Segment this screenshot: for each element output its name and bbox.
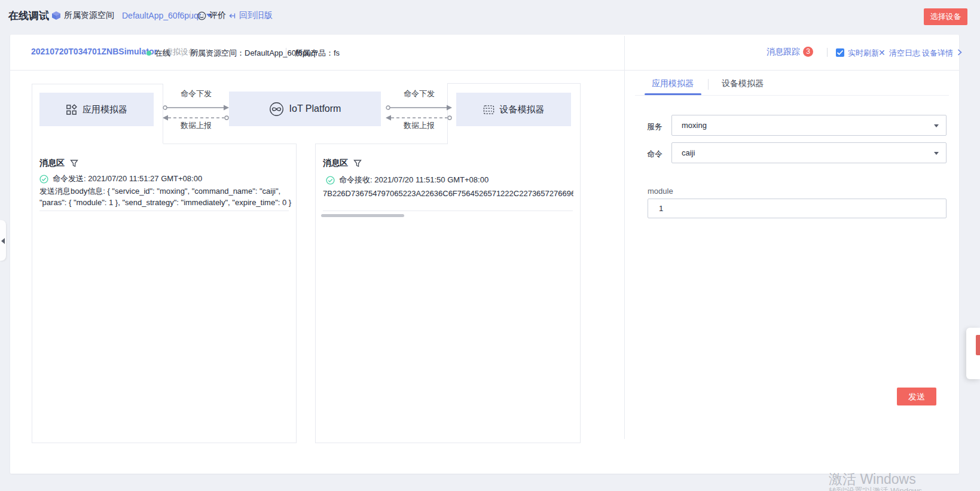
tab-bar-border (635, 95, 949, 96)
feedback-label: 评价 (209, 10, 226, 21)
top-bar: 在线调试 所属资源空间 DefaultApp_60f6puqr 评价 回到旧版 … (0, 0, 980, 30)
close-icon[interactable]: ✕ (878, 48, 886, 57)
check-circle-icon (326, 176, 335, 185)
collapse-left-icon (1, 238, 5, 244)
command-down-label-2: 命令下发 (385, 89, 453, 99)
entry-divider (39, 211, 289, 211)
divider (45, 11, 46, 20)
online-dot-icon (146, 51, 151, 56)
device-status: 在线 (146, 48, 170, 59)
device-detail-link[interactable]: 设备详情 (922, 48, 962, 59)
feedback-button[interactable]: 评价 (197, 10, 226, 21)
check-circle-icon (39, 175, 48, 184)
data-up-label-1: 数据上报 (162, 120, 230, 131)
iot-platform-icon (269, 102, 284, 117)
windows-activate-watermark-line2: 转到“设置”以激活 Windows (829, 486, 922, 491)
resource-space-group: 所属资源空间 DefaultApp_60f6puqr (51, 10, 212, 21)
device-card-top-border (315, 144, 448, 144)
device-simulator-box: 设备模拟器 (456, 93, 571, 126)
device-message-entry-title: 命令接收: 2021/07/20 11:51:50 GMT+08:00 (326, 175, 489, 185)
device-title: 20210720T034701ZNBSimulator (虚拟设备) (31, 47, 199, 57)
chevron-right-icon (957, 49, 962, 56)
filter-funnel-icon[interactable] (353, 159, 362, 167)
app-message-entry-body: 发送消息body信息: { "service_id": "moxing", "c… (39, 185, 292, 208)
module-input[interactable] (648, 199, 947, 218)
product-info: 所属产品：fs (295, 48, 340, 59)
apps-grid-icon (66, 104, 77, 115)
product-value: fs (334, 48, 340, 57)
entry-title-text: 命令接收: 2021/07/20 11:51:50 GMT+08:00 (339, 175, 489, 185)
back-to-old-label: 回到旧版 (239, 10, 273, 21)
realtime-refresh-label: 实时刷新 (848, 48, 879, 57)
entry-divider (323, 211, 573, 211)
service-label: 服务 (647, 121, 663, 132)
page-title: 在线调试 (8, 9, 49, 23)
app-message-entry-title: 命令发送: 2021/07/20 11:51:27 GMT+08:00 (39, 173, 202, 184)
iot-platform-label: IoT Platform (289, 103, 341, 114)
app-card-top-border (163, 144, 297, 144)
message-trace-link[interactable]: 消息跟踪3 (767, 47, 813, 57)
message-trace-badge: 3 (803, 47, 813, 57)
message-area-label: 消息区 (323, 158, 348, 169)
data-up-label-2: 数据上报 (385, 120, 453, 131)
panel-divider (624, 36, 625, 439)
device-message-entry-body: 7B226D736754797065223A22636C6F7564526571… (323, 188, 573, 199)
app-simulator-box: 应用模拟器 (39, 93, 154, 126)
command-select[interactable]: caiji (671, 142, 947, 163)
iot-platform-box: IoT Platform (229, 92, 381, 126)
tab-divider (708, 79, 709, 90)
divider (190, 11, 191, 20)
smiley-icon (197, 11, 206, 20)
command-selected-value: caiji (682, 148, 695, 157)
divider (827, 48, 828, 57)
checkbox-checked-icon[interactable] (836, 48, 844, 57)
chevron-down-icon (934, 152, 939, 155)
resource-space-dropdown[interactable]: DefaultApp_60f6puqr (122, 11, 201, 20)
resource-space-label: 所属资源空间： (190, 48, 245, 57)
online-debug-page: 在线调试 所属资源空间 DefaultApp_60f6puqr 评价 回到旧版 … (0, 0, 980, 491)
device-name-link[interactable]: 20210720T034701ZNBSimulator (31, 47, 157, 56)
clear-log-link[interactable]: 清空日志 (889, 48, 920, 59)
message-trace-label: 消息跟踪 (767, 47, 800, 56)
status-text: 在线 (155, 48, 170, 57)
divider (286, 48, 286, 57)
command-down-label-1: 命令下发 (162, 89, 230, 99)
realtime-refresh-toggle[interactable]: 实时刷新 (836, 48, 879, 59)
entry-title-text: 命令发送: 2021/07/20 11:51:27 GMT+08:00 (53, 173, 202, 184)
resource-space-label: 所属资源空间 (64, 10, 114, 21)
side-float-red-tab[interactable] (976, 335, 980, 355)
return-arrow-icon (228, 12, 236, 20)
module-label: module (648, 187, 673, 196)
device-info-bar: 20210720T034701ZNBSimulator (虚拟设备) 在线 所属… (10, 35, 959, 71)
message-area-label: 消息区 (39, 158, 65, 169)
device-detail-label: 设备详情 (922, 48, 953, 57)
product-label: 所属产品： (295, 48, 334, 57)
horizontal-scrollbar[interactable] (321, 214, 404, 217)
tab-device-simulator[interactable]: 设备模拟器 (722, 78, 764, 89)
chevron-down-icon (934, 124, 939, 127)
select-device-button[interactable]: 选择设备 (924, 8, 967, 25)
cube-icon (51, 11, 61, 20)
send-button[interactable]: 发送 (897, 388, 936, 405)
app-simulator-label: 应用模拟器 (83, 104, 127, 115)
command-label: 命令 (647, 149, 663, 160)
service-selected-value: moxing (682, 121, 707, 130)
back-to-old-link[interactable]: 回到旧版 (228, 10, 273, 21)
tab-app-simulator[interactable]: 应用模拟器 (652, 78, 694, 89)
device-list-icon (483, 104, 494, 115)
service-select[interactable]: moxing (671, 115, 947, 136)
filter-funnel-icon[interactable] (70, 159, 78, 167)
app-message-area-title: 消息区 (39, 158, 78, 169)
device-message-area-title: 消息区 (323, 158, 362, 169)
device-simulator-label: 设备模拟器 (500, 104, 545, 115)
divider (182, 48, 182, 57)
active-tab-underline (645, 93, 701, 95)
